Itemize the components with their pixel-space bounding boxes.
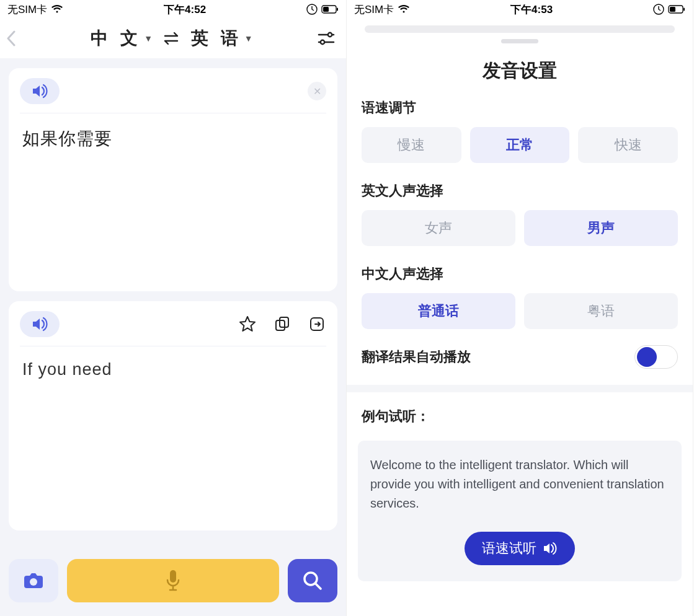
speaker-icon — [543, 542, 558, 555]
autoplay-toggle[interactable] — [634, 345, 678, 369]
svg-rect-16 — [670, 7, 675, 12]
sheet-title: 发音设置 — [347, 47, 693, 90]
svg-point-4 — [328, 33, 332, 37]
target-language-label: 英 语 — [191, 27, 242, 50]
svg-rect-3 — [323, 7, 329, 12]
svg-point-5 — [321, 40, 324, 44]
header-bar: 中 文 ▼ 英 语 ▼ — [0, 19, 346, 58]
svg-rect-11 — [170, 570, 176, 583]
carrier-label: 无SIM卡 — [7, 2, 47, 17]
speed-section-label: 语速调节 — [362, 99, 678, 117]
english-voice-label: 英文人声选择 — [362, 182, 678, 200]
swap-languages-button[interactable] — [162, 32, 181, 45]
clear-source-button[interactable]: ✕ — [308, 82, 326, 100]
speed-section: 语速调节 慢速 正常 快速 — [347, 90, 693, 165]
svg-rect-2 — [337, 8, 338, 11]
zh-voice-mandarin[interactable]: 普通话 — [362, 293, 515, 329]
status-bar: 无SIM卡 下午4:53 — [347, 0, 693, 19]
sample-play-button[interactable]: 语速试听 — [465, 532, 575, 565]
share-button[interactable] — [308, 315, 326, 333]
autoplay-row: 翻译结果自动播放 — [347, 332, 693, 385]
svg-point-10 — [30, 578, 37, 586]
wifi-icon — [398, 5, 410, 14]
search-button[interactable] — [288, 559, 337, 602]
en-voice-female[interactable]: 女声 — [362, 210, 515, 246]
caret-down-icon: ▼ — [244, 33, 253, 43]
sheet-handle — [501, 39, 538, 43]
source-language-selector[interactable]: 中 文 ▼ — [91, 27, 153, 50]
orientation-lock-icon — [306, 4, 318, 15]
svg-rect-15 — [683, 8, 685, 11]
favorite-button[interactable] — [238, 315, 257, 333]
speed-option-normal[interactable]: 正常 — [470, 127, 570, 163]
sheet-grabber-area[interactable] — [347, 19, 693, 47]
section-divider — [347, 385, 693, 392]
battery-icon — [668, 5, 685, 14]
clock-label: 下午4:53 — [510, 2, 553, 17]
wifi-icon — [51, 5, 63, 14]
sample-section-label: 例句试听： — [347, 392, 693, 436]
caret-down-icon: ▼ — [144, 33, 153, 43]
english-voice-section: 英文人声选择 女声 男声 — [347, 165, 693, 249]
clock-label: 下午4:52 — [164, 2, 206, 17]
source-text[interactable]: 如果你需要 — [20, 113, 326, 157]
chinese-voice-label: 中文人声选择 — [362, 265, 678, 283]
play-source-audio-button[interactable] — [20, 78, 60, 104]
target-language-selector[interactable]: 英 语 ▼ — [191, 27, 253, 50]
bottom-toolbar — [0, 550, 346, 616]
source-card: ✕ 如果你需要 — [9, 68, 337, 291]
zh-voice-cantonese[interactable]: 粤语 — [524, 293, 678, 329]
en-voice-male[interactable]: 男声 — [524, 210, 678, 246]
toggle-knob — [637, 347, 657, 367]
chinese-voice-section: 中文人声选择 普通话 粤语 — [347, 249, 693, 332]
speed-option-slow[interactable]: 慢速 — [362, 127, 461, 163]
camera-button[interactable] — [9, 559, 58, 602]
target-text: If you need — [20, 346, 326, 390]
translator-screen: 无SIM卡 下午4:52 中 文 ▼ — [0, 0, 347, 616]
back-button[interactable] — [6, 30, 26, 46]
battery-icon — [321, 5, 339, 14]
target-card: If you need — [9, 301, 337, 530]
copy-button[interactable] — [273, 315, 291, 333]
microphone-button[interactable] — [67, 559, 279, 602]
sample-play-label: 语速试听 — [482, 539, 536, 558]
play-target-audio-button[interactable] — [20, 311, 60, 337]
autoplay-label: 翻译结果自动播放 — [362, 348, 471, 366]
sheet-backdrop-bar — [365, 25, 675, 33]
orientation-lock-icon — [653, 4, 664, 15]
carrier-label: 无SIM卡 — [354, 2, 394, 17]
voice-settings-screen: 无SIM卡 下午4:53 发音设置 语速调节 慢速 正常 快速 — [347, 0, 693, 616]
status-bar: 无SIM卡 下午4:52 — [0, 0, 346, 19]
source-language-label: 中 文 — [91, 27, 141, 50]
sample-text: Welcome to the intelligent translator. W… — [370, 455, 669, 513]
sample-box: Welcome to the intelligent translator. W… — [358, 441, 682, 581]
speed-option-fast[interactable]: 快速 — [578, 127, 678, 163]
settings-button[interactable] — [318, 30, 340, 46]
